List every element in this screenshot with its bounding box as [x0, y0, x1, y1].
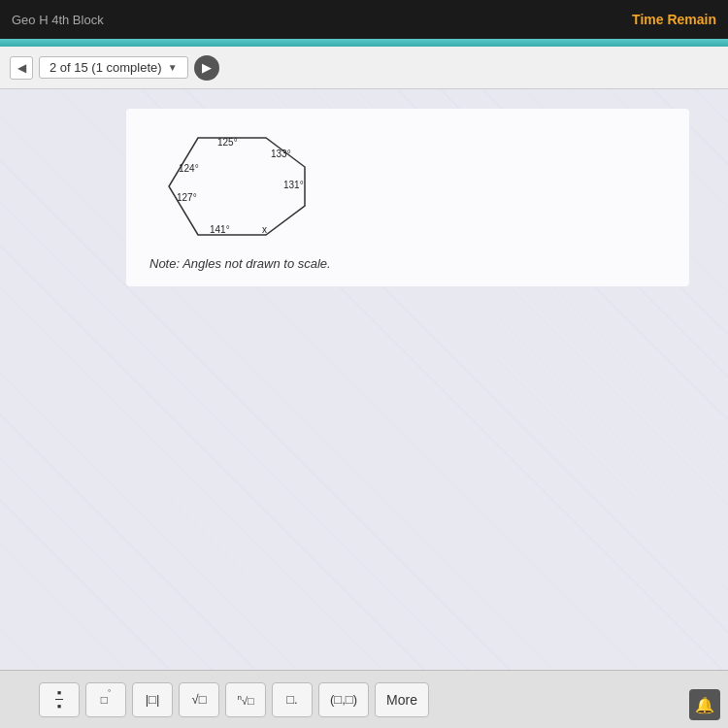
timer-label: Time Remain: [632, 12, 716, 27]
progress-label[interactable]: 2 of 15 (1 complete) ▼: [39, 56, 188, 79]
superscript-button[interactable]: □°: [85, 682, 126, 717]
svg-text:131°: 131°: [283, 180, 304, 190]
svg-text:125°: 125°: [217, 137, 238, 148]
nthroot-button[interactable]: n√□: [225, 682, 266, 717]
nav-bar: ◀ 2 of 15 (1 complete) ▼ ▶: [0, 47, 728, 89]
question-panel: 124° 125° 133° 131° 127° 141° x Note: An…: [126, 109, 689, 286]
progress-dropdown-icon: ▼: [168, 62, 178, 73]
teal-strip: [0, 39, 728, 47]
main-content: 124° 125° 133° 131° 127° 141° x Note: An…: [0, 89, 728, 670]
dot-button[interactable]: □.: [272, 682, 313, 717]
absolute-value-button[interactable]: |□|: [132, 682, 173, 717]
svg-text:141°: 141°: [210, 224, 230, 235]
sqrt-button[interactable]: √□: [179, 682, 219, 717]
nav-back-button[interactable]: ◀: [10, 56, 33, 80]
parentheses-button[interactable]: (□,□): [318, 682, 369, 717]
bottom-toolbar: ▪ ▪ □° |□| √□ n√□ □. (□,□) More: [0, 670, 728, 728]
svg-text:124°: 124°: [179, 163, 199, 174]
notification-icon[interactable]: 🔔: [689, 689, 720, 720]
top-bar: Geo H 4th Block Time Remain: [0, 0, 728, 39]
angles-note: Note: Angles not drawn to scale.: [149, 256, 666, 271]
fraction-button[interactable]: ▪ ▪: [39, 682, 80, 717]
nav-forward-button[interactable]: ▶: [194, 55, 219, 81]
polygon-diagram: 124° 125° 133° 131° 127° 141° x: [149, 128, 324, 245]
svg-text:x: x: [262, 224, 267, 235]
svg-text:127°: 127°: [177, 192, 197, 203]
svg-text:133°: 133°: [271, 149, 291, 159]
more-button[interactable]: More: [375, 682, 429, 717]
class-title: Geo H 4th Block: [12, 13, 104, 27]
